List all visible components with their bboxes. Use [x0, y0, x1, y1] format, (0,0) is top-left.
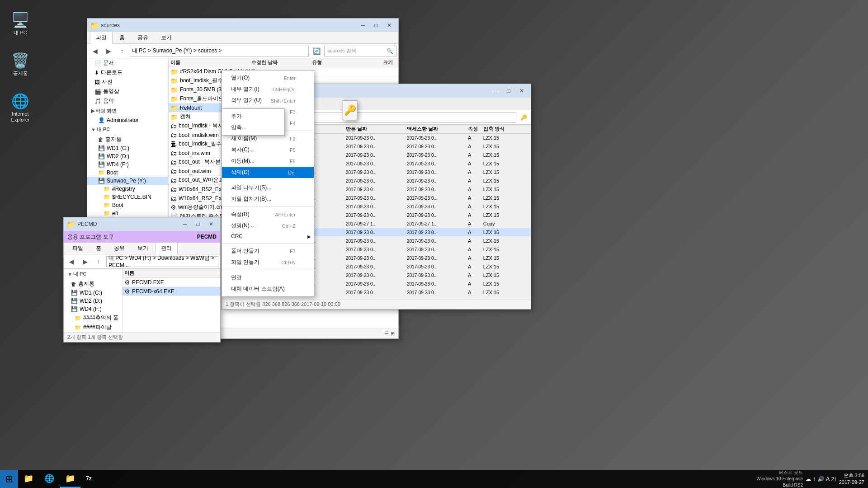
- pecmd-toolbar-ribbon: 응용 프로그램 도구 PECMD: [64, 231, 220, 243]
- archive-row-compress: LZX:15: [483, 247, 529, 252]
- pecmd-sidebar-wd1[interactable]: 💾 WD1 (C:): [64, 289, 122, 297]
- cm-open-inner[interactable]: 내부 열기(I) Ctrl+PgDn: [222, 84, 314, 95]
- pecmd-wd1-icon: 💾: [71, 290, 78, 296]
- sidebar-item-trash[interactable]: 🗑 홍지통: [87, 135, 168, 144]
- taskbar-item-explorer[interactable]: 📁: [18, 470, 39, 488]
- pecmd-file-row-2[interactable]: ⚙ PECMD-x64.EXE: [123, 287, 220, 296]
- minimize-button[interactable]: ─: [357, 20, 369, 30]
- sidebar-item-boot2[interactable]: 📁 Boot: [87, 201, 168, 209]
- sidebar-item-videos[interactable]: 🎬 동영상: [87, 87, 168, 96]
- cm-file-merge[interactable]: 파일 합치기(B)...: [222, 193, 314, 205]
- pecmd-tab-home[interactable]: 홈: [90, 242, 107, 254]
- cm-properties[interactable]: 속성(R) Alt+Enter: [222, 209, 314, 220]
- pecmd-back-button[interactable]: ◀: [66, 256, 77, 267]
- breadcrumb[interactable]: 내 PC > Sunwoo_Pe (Y:) > sources >: [130, 46, 309, 56]
- pecmd-tab-manage[interactable]: 관리: [155, 242, 178, 254]
- archive-row-attr: A: [468, 135, 483, 141]
- mypc-group[interactable]: ▼ 내 PC: [87, 124, 168, 135]
- archive-row-access: 2017-09-23 0...: [407, 282, 468, 286]
- pecmd-sidebar-folder2[interactable]: 📁 ####파이날: [64, 323, 122, 332]
- tab-view[interactable]: 보기: [155, 32, 178, 43]
- desktop-icon-recycle[interactable]: 🗑️ 공제통: [5, 50, 36, 78]
- detail-view-icon[interactable]: ⊞: [391, 331, 395, 337]
- desktop-group[interactable]: ▶ 바탕 화면: [87, 106, 168, 116]
- taskbar-item-ie[interactable]: 🌐: [39, 470, 60, 488]
- sidebar-item-efi[interactable]: 📁 efi: [87, 209, 168, 217]
- start-button[interactable]: ⊞: [0, 470, 18, 488]
- maximize-button[interactable]: □: [370, 20, 382, 30]
- sidebar-item-recycle[interactable]: 📁 $RECYCLE.BIN: [87, 193, 168, 201]
- forward-button[interactable]: ▶: [103, 46, 114, 56]
- pecmd-maximize-button[interactable]: □: [192, 219, 204, 229]
- tab-share[interactable]: 공유: [132, 32, 154, 43]
- pecmd-tab-share[interactable]: 공유: [108, 242, 131, 254]
- cm-make-file[interactable]: 파일 만들기 Ctrl+N: [222, 257, 314, 268]
- sidebar-item-sunwoo[interactable]: 💾 Sunwoo_Pe (Y:): [87, 177, 168, 185]
- archive-row-attr: A: [468, 187, 483, 192]
- sidebar-item-boot[interactable]: 📁 Boot: [87, 169, 168, 177]
- desktop-icon-ie[interactable]: 🌐 Internet Explorer: [5, 90, 36, 125]
- pecmd-tab-view[interactable]: 보기: [132, 242, 154, 254]
- sidebar-item-wd4[interactable]: 💾 WD4 (F:): [87, 160, 168, 169]
- archive-minimize-button[interactable]: ─: [489, 86, 502, 96]
- close-button[interactable]: ✕: [383, 20, 396, 30]
- pecmd-col-header: 이름: [123, 269, 220, 278]
- cm-alt-data[interactable]: 대체 데이터 스트림(A): [222, 283, 314, 295]
- pecmd-forward-button[interactable]: ▶: [79, 256, 91, 267]
- taskbar-item-explorer2[interactable]: 📁: [60, 470, 80, 488]
- refresh-button[interactable]: 🔄: [311, 46, 322, 56]
- cm-delete[interactable]: 삭제(D) Del: [222, 167, 314, 178]
- pecmd-sidebar-folder1[interactable]: 📁 ####추억의 폴: [64, 313, 122, 323]
- sidebar-item-registry[interactable]: 📁 #Registry: [87, 185, 168, 193]
- cm-file-split[interactable]: 파일 나누기(S)...: [222, 182, 314, 193]
- sidebar-item-wd1[interactable]: 💾 WD1 (C:): [87, 144, 168, 152]
- cm-move[interactable]: 이동(M)... F6: [222, 155, 314, 167]
- taskbar-item-7z[interactable]: 7z: [80, 470, 97, 488]
- list-view-icon[interactable]: ☰: [384, 331, 389, 337]
- taskbar-clock[interactable]: 오후 3:56 2017-09-27: [839, 472, 864, 486]
- folder-icon: 📁: [170, 95, 178, 103]
- back-button[interactable]: ◀: [89, 46, 101, 56]
- sidebar-item-music[interactable]: 🎵 음악: [87, 96, 168, 106]
- archive-row-compress: LZX:15: [483, 204, 529, 209]
- pecmd-breadcrumb[interactable]: 내 PC > WD4 (F:) > Downloads > W&W님 > PEC…: [106, 256, 218, 267]
- pecmd-tab-file[interactable]: 파일: [66, 242, 89, 254]
- archive-row-access: 2017-09-23 0...: [407, 290, 468, 295]
- archive-row-attr: A: [468, 272, 483, 278]
- archive-row-compress: LZX:15: [483, 255, 529, 261]
- cm-make-folder[interactable]: 폴더 만들기 F7: [222, 245, 314, 257]
- archive-maximize-button[interactable]: □: [502, 86, 515, 96]
- cm-open-outer[interactable]: 외부 열기(U) Shift+Enter: [222, 95, 314, 106]
- pecmd-sidebar-wd2[interactable]: 💾 WD2 (D:): [64, 297, 122, 305]
- sidebar-item-photos[interactable]: 🖼 사진: [87, 77, 168, 87]
- sidebar-item-admin[interactable]: 👤 Administrator: [87, 116, 168, 124]
- pecmd-file-row-1[interactable]: ⚙ PECMD.EXE: [123, 278, 220, 287]
- pecmd-minimize-button[interactable]: ─: [179, 219, 191, 229]
- sidebar-item-wd2[interactable]: 💾 WD2 (D:): [87, 152, 168, 160]
- up-button[interactable]: ↑: [116, 46, 128, 56]
- sub-cm-compress[interactable]: 압축...: [222, 122, 284, 133]
- tab-home[interactable]: 홈: [113, 32, 131, 43]
- cm-open[interactable]: 열기(O) Enter: [222, 72, 314, 84]
- pecmd-sidebar-wd4[interactable]: 💾 WD4 (F:): [64, 305, 122, 313]
- cm-description[interactable]: 설명(N)... Ctrl+Z: [222, 220, 314, 231]
- pecmd-status-bar: 2개 항목 1개 항목 선택함: [64, 332, 220, 342]
- clock-date: 2017-09-27: [839, 479, 864, 486]
- pecmd-mypc-header[interactable]: ▼ 내 PC: [64, 269, 122, 279]
- cm-crc[interactable]: CRC: [222, 231, 314, 241]
- cm-copy[interactable]: 복사(C)... F5: [222, 144, 314, 155]
- sub-cm-add[interactable]: 추가: [222, 111, 284, 122]
- sidebar-item-downloads[interactable]: ⬇ 다운로드: [87, 68, 168, 77]
- tab-file[interactable]: 파일: [90, 32, 113, 44]
- search-icon[interactable]: 🔍: [387, 48, 393, 54]
- archive-close-button[interactable]: ✕: [515, 86, 528, 96]
- archive-row-makedate: 2017-09-23 0...: [346, 178, 407, 183]
- pecmd-sidebar-trash[interactable]: 🗑 홍지통: [64, 279, 122, 289]
- cm-connect[interactable]: 연결: [222, 272, 314, 283]
- folder-icon: 📁: [90, 21, 99, 30]
- sidebar-item-docs[interactable]: 📄 문서: [87, 58, 168, 68]
- pecmd-up-button[interactable]: ↑: [93, 256, 104, 267]
- mypc-icon: 🖥️: [11, 11, 29, 29]
- pecmd-close-button[interactable]: ✕: [205, 219, 217, 229]
- desktop-icon-mypc[interactable]: 🖥️ 내 PC: [5, 9, 36, 38]
